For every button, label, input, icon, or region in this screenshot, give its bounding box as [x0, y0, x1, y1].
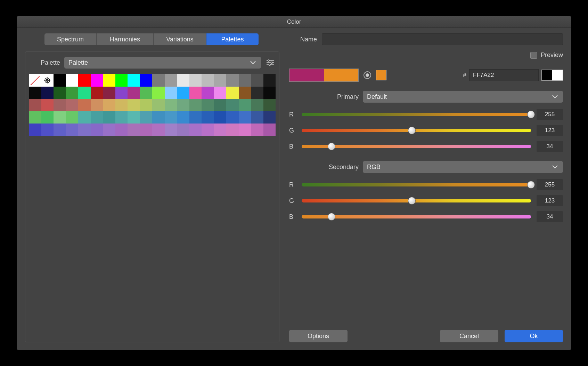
- color-swatch[interactable]: [177, 124, 189, 136]
- tab-spectrum[interactable]: Spectrum: [44, 33, 97, 45]
- slider-b[interactable]: [302, 215, 531, 218]
- color-swatch[interactable]: [189, 111, 202, 124]
- color-swatch[interactable]: [152, 87, 165, 99]
- color-swatch[interactable]: [140, 111, 153, 124]
- color-swatch[interactable]: [78, 99, 91, 111]
- color-swatch[interactable]: [226, 99, 239, 111]
- color-swatch[interactable]: [152, 74, 165, 87]
- color-swatch[interactable]: [189, 124, 202, 136]
- previous-color-swatch[interactable]: [289, 69, 324, 81]
- color-swatch[interactable]: [41, 87, 54, 99]
- color-swatch[interactable]: [115, 124, 128, 136]
- name-input[interactable]: [322, 33, 563, 45]
- color-swatch[interactable]: [239, 124, 251, 136]
- color-swatch[interactable]: [214, 74, 227, 87]
- color-swatch[interactable]: [263, 87, 276, 99]
- slider-r[interactable]: [302, 183, 531, 186]
- slider-value-r[interactable]: 255: [537, 109, 563, 120]
- color-swatch[interactable]: [251, 74, 263, 87]
- color-swatch[interactable]: [128, 111, 140, 124]
- color-swatch[interactable]: [66, 124, 79, 136]
- slider-r[interactable]: [302, 113, 531, 116]
- slider-thumb[interactable]: [328, 213, 335, 221]
- primary-select[interactable]: Default: [363, 91, 563, 103]
- color-swatch[interactable]: [54, 87, 66, 99]
- current-color-swatch[interactable]: [324, 69, 358, 81]
- color-swatch[interactable]: [214, 87, 227, 99]
- color-swatch[interactable]: [177, 111, 189, 124]
- color-swatch[interactable]: [66, 74, 79, 87]
- slider-thumb[interactable]: [408, 127, 416, 134]
- color-swatch[interactable]: [91, 124, 103, 136]
- color-swatch[interactable]: [226, 124, 239, 136]
- color-swatch[interactable]: [214, 99, 227, 111]
- color-swatch[interactable]: [78, 124, 91, 136]
- color-swatch[interactable]: [128, 99, 140, 111]
- color-swatch[interactable]: [78, 111, 91, 124]
- slider-thumb[interactable]: [527, 181, 535, 189]
- color-swatch[interactable]: [41, 124, 54, 136]
- color-swatch[interactable]: [251, 124, 263, 136]
- color-swatch[interactable]: [54, 99, 66, 111]
- color-swatch[interactable]: [226, 87, 239, 99]
- black-white-swatch[interactable]: [541, 70, 563, 81]
- slider-thumb[interactable]: [527, 111, 535, 118]
- palette-settings-icon[interactable]: [265, 57, 276, 68]
- color-swatch[interactable]: [202, 124, 214, 136]
- color-swatch[interactable]: [91, 111, 103, 124]
- color-swatch[interactable]: [263, 99, 276, 111]
- color-swatch[interactable]: [66, 87, 79, 99]
- secondary-select[interactable]: RGB: [363, 161, 563, 173]
- color-swatch[interactable]: [239, 111, 251, 124]
- color-swatch[interactable]: [54, 124, 66, 136]
- options-button[interactable]: Options: [289, 330, 348, 342]
- slider-value-r[interactable]: 255: [537, 179, 563, 190]
- color-swatch[interactable]: [140, 74, 153, 87]
- black-swatch[interactable]: [542, 70, 552, 80]
- color-swatch[interactable]: [263, 124, 276, 136]
- color-swatch[interactable]: [41, 111, 54, 124]
- color-swatch[interactable]: [165, 99, 177, 111]
- color-swatch[interactable]: [177, 87, 189, 99]
- color-swatch[interactable]: [152, 124, 165, 136]
- color-swatch[interactable]: [202, 111, 214, 124]
- color-swatch[interactable]: [115, 87, 128, 99]
- color-swatch[interactable]: [115, 99, 128, 111]
- color-swatch[interactable]: [177, 99, 189, 111]
- slider-thumb[interactable]: [408, 197, 416, 205]
- color-swatch[interactable]: [66, 99, 79, 111]
- color-swatch[interactable]: [115, 74, 128, 87]
- tab-palettes[interactable]: Palettes: [206, 33, 259, 45]
- color-swatch[interactable]: [78, 87, 91, 99]
- color-swatch[interactable]: [91, 74, 103, 87]
- color-swatch[interactable]: [239, 87, 251, 99]
- color-swatch[interactable]: [103, 74, 115, 87]
- color-swatch[interactable]: [128, 74, 140, 87]
- color-swatch[interactable]: [251, 111, 263, 124]
- color-swatch[interactable]: [54, 111, 66, 124]
- ok-button[interactable]: Ok: [505, 330, 563, 342]
- color-swatch[interactable]: [91, 99, 103, 111]
- color-swatch[interactable]: [115, 111, 128, 124]
- color-swatch[interactable]: [140, 99, 153, 111]
- color-swatch[interactable]: [251, 87, 263, 99]
- cancel-button[interactable]: Cancel: [440, 330, 498, 342]
- color-swatch[interactable]: [128, 124, 140, 136]
- color-swatch[interactable]: [226, 111, 239, 124]
- tab-harmonies[interactable]: Harmonies: [97, 33, 154, 45]
- color-swatch[interactable]: [214, 124, 227, 136]
- color-swatch[interactable]: [103, 111, 115, 124]
- color-swatch[interactable]: [202, 87, 214, 99]
- color-swatch[interactable]: [239, 99, 251, 111]
- color-swatch[interactable]: [165, 87, 177, 99]
- color-swatch[interactable]: [152, 111, 165, 124]
- color-swatch[interactable]: [103, 124, 115, 136]
- color-swatch[interactable]: [140, 87, 153, 99]
- color-swatch[interactable]: [177, 74, 189, 87]
- color-swatch[interactable]: [165, 74, 177, 87]
- color-swatch[interactable]: [91, 87, 103, 99]
- color-swatch[interactable]: [41, 74, 54, 87]
- mini-swatch[interactable]: [376, 70, 386, 80]
- color-swatch[interactable]: [152, 99, 165, 111]
- color-swatch[interactable]: [214, 111, 227, 124]
